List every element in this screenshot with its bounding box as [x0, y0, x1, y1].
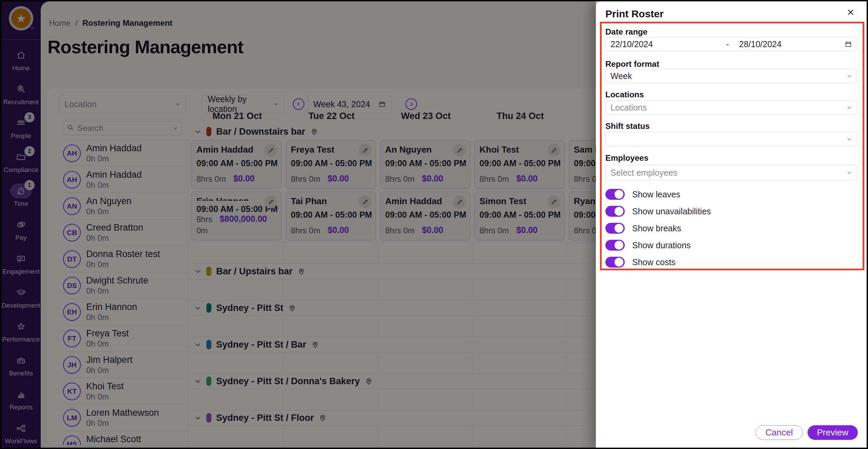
panel-footer: Cancel Preview: [756, 425, 858, 440]
toggle-knob: [615, 190, 623, 199]
report-format-select[interactable]: Week: [605, 69, 857, 83]
toggle-label: Show unavailabilities: [632, 207, 711, 216]
report-format-label: Report format: [605, 59, 659, 69]
toggle-row: Show durations: [605, 237, 782, 254]
toggle-label: Show costs: [632, 257, 676, 267]
chevron-down-icon: [847, 73, 852, 79]
locations-select[interactable]: Locations: [605, 100, 857, 115]
toggle-row: Show unavailabilities: [605, 203, 782, 220]
date-range-label: Date range: [605, 27, 647, 37]
toggle-knob: [615, 241, 623, 250]
toggle-label: Show leaves: [632, 190, 680, 199]
locations-placeholder: Locations: [610, 103, 647, 113]
date-start-value: 22/10/2024: [610, 39, 653, 49]
chevron-down-icon: [847, 105, 852, 110]
toggle-switch[interactable]: [605, 240, 625, 251]
calendar-icon: [845, 40, 852, 48]
close-icon[interactable]: ✕: [847, 8, 854, 17]
toggle-knob: [615, 258, 623, 267]
locations-label: Locations: [605, 90, 644, 99]
toggle-row: Show costs: [605, 254, 782, 271]
date-end-value: 28/10/2024: [739, 39, 781, 49]
modal-dim-overlay: [1, 1, 596, 448]
toggle-switch[interactable]: [605, 189, 625, 200]
shift-status-label: Shift status: [605, 121, 650, 131]
employees-placeholder: Select employees: [610, 168, 677, 178]
screen: ★ HomeRecruitment3People2Compliance1Time…: [0, 0, 868, 449]
employees-select[interactable]: Select employees: [605, 165, 857, 180]
chevron-down-icon: [847, 136, 852, 142]
toggle-knob: [615, 207, 623, 216]
toggle-label: Show durations: [632, 240, 691, 250]
preview-button[interactable]: Preview: [808, 425, 858, 440]
date-range-input[interactable]: 22/10/2024 - 28/10/2024: [605, 37, 857, 51]
employees-label: Employees: [605, 153, 648, 163]
toggle-switch[interactable]: [605, 206, 625, 217]
chevron-down-icon: [847, 170, 852, 175]
shift-status-select[interactable]: [605, 132, 857, 146]
toggle-label: Show breaks: [632, 223, 681, 233]
toggle-switch[interactable]: [605, 223, 625, 234]
cancel-button[interactable]: Cancel: [756, 425, 803, 440]
panel-title: Print Roster: [605, 8, 664, 20]
toggle-knob: [615, 224, 623, 233]
toggle-row: Show breaks: [605, 220, 782, 237]
date-range-separator: -: [726, 39, 729, 49]
toggle-list: Show leavesShow unavailabilitiesShow bre…: [605, 186, 782, 271]
toggle-switch[interactable]: [605, 257, 625, 268]
report-format-value: Week: [610, 71, 632, 81]
print-roster-panel: Print Roster ✕ Date range 22/10/2024 - 2…: [596, 1, 867, 448]
toggle-row: Show leaves: [605, 186, 782, 203]
